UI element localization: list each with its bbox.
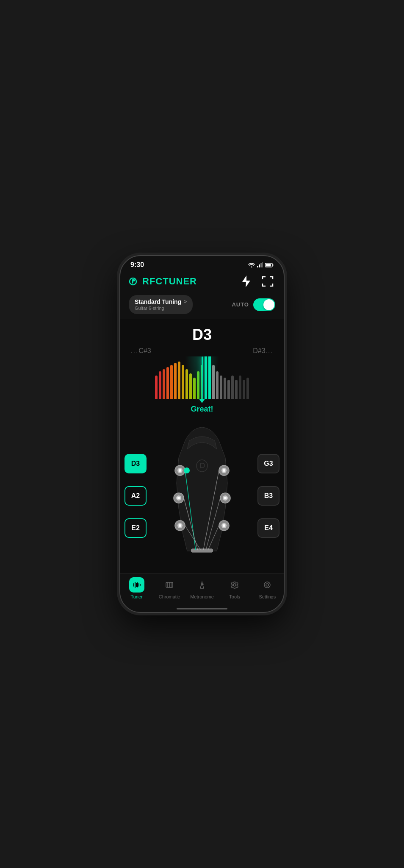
dots-right: ... [266, 347, 274, 355]
auto-label: AUTO [232, 301, 249, 308]
string-label-a2[interactable]: A2 [125, 486, 147, 506]
tuner-bar [216, 371, 219, 399]
svg-rect-2 [259, 264, 260, 267]
battery-icon [265, 263, 274, 267]
tuner-bar [166, 367, 169, 399]
tuner-display: D3 ... C#3 D#3 ... Great! D3 [120, 319, 284, 573]
svg-rect-29 [191, 549, 213, 552]
tuner-bar [189, 373, 192, 399]
svg-rect-40 [137, 582, 138, 587]
svg-point-48 [233, 584, 236, 586]
tuner-bar [243, 380, 245, 399]
string-labels-right: G3 B3 E4 [257, 454, 279, 538]
signal-icon [257, 262, 263, 267]
svg-rect-42 [140, 584, 141, 586]
string-label-e2[interactable]: E2 [125, 518, 147, 538]
svg-rect-7 [266, 264, 271, 266]
lightning-icon [241, 275, 252, 288]
svg-point-25 [224, 497, 227, 499]
svg-point-13 [179, 469, 181, 472]
tuner-bars-container [125, 356, 279, 403]
svg-rect-37 [133, 583, 134, 587]
tuner-bar [163, 369, 165, 399]
nav-icon-wrap-tools [227, 577, 242, 593]
svg-point-16 [177, 497, 180, 499]
dots-left: ... [130, 347, 138, 355]
auto-row: AUTO [232, 298, 275, 311]
needle [202, 356, 203, 400]
nav-item-tuner[interactable]: Tuner [124, 577, 149, 599]
status-icons [248, 262, 274, 267]
string-label-d3[interactable]: D3 [125, 454, 147, 473]
toggle-knob [263, 299, 274, 310]
lightning-button[interactable] [239, 274, 254, 289]
svg-rect-6 [273, 264, 274, 266]
nav-label-settings: Settings [259, 594, 276, 599]
tuning-selector[interactable]: Standard Tuning > Guitar 6-string [129, 295, 193, 314]
wifi-icon [248, 262, 255, 267]
svg-rect-4 [262, 262, 263, 267]
tuner-bar [208, 356, 211, 399]
svg-point-0 [251, 267, 252, 268]
string-label-g3[interactable]: G3 [257, 454, 279, 473]
scan-icon [261, 275, 274, 288]
svg-point-19 [179, 524, 181, 527]
settings-nav-icon [263, 581, 271, 589]
svg-rect-39 [136, 583, 137, 587]
headstock [155, 424, 249, 568]
status-bar: 9:30 [120, 256, 284, 270]
svg-rect-10 [132, 279, 135, 281]
nav-label-metronome: Metronome [190, 594, 214, 599]
tools-nav-icon [230, 581, 239, 589]
tuner-bar [170, 365, 173, 399]
tuning-chevron: > [184, 299, 187, 305]
left-neighbor-note: C#3 [138, 347, 151, 355]
feedback-label: Great! [120, 403, 284, 418]
string-label-b3[interactable]: B3 [257, 486, 279, 506]
header-icons [239, 274, 275, 289]
nav-label-tuner: Tuner [130, 594, 142, 599]
svg-point-22 [223, 469, 225, 472]
nav-label-tools: Tools [229, 594, 240, 599]
nav-item-settings[interactable]: Settings [255, 577, 280, 599]
svg-point-49 [264, 582, 270, 588]
status-time: 9:30 [130, 261, 144, 269]
nav-icon-wrap-settings [260, 577, 275, 593]
nav-icon-wrap-tuner [129, 577, 144, 593]
svg-point-36 [184, 467, 190, 473]
tuner-bar [239, 376, 241, 399]
scan-button[interactable] [260, 274, 275, 289]
svg-point-50 [266, 584, 268, 586]
guitar-section: D3 A2 E2 [120, 418, 284, 573]
bottom-nav: Tuner Chromatic Metronome [120, 573, 284, 608]
tuner-bar [159, 371, 161, 399]
logo-text: RFCTUNER [142, 276, 197, 287]
tuner-bar [212, 365, 215, 399]
svg-rect-3 [260, 263, 262, 267]
current-note: D3 [120, 326, 284, 344]
svg-point-28 [223, 524, 225, 527]
home-indicator [177, 608, 227, 609]
logo: RFCTUNER [129, 275, 197, 287]
note-display: D3 [120, 319, 284, 347]
tuner-bar [227, 380, 230, 399]
metronome-nav-icon [198, 581, 206, 589]
needle-container [199, 356, 205, 403]
tuner-bar [155, 376, 158, 399]
auto-toggle[interactable] [253, 298, 275, 311]
nav-icon-wrap-chromatic [162, 577, 177, 593]
needle-triangle [199, 399, 205, 403]
nav-item-metronome[interactable]: Metronome [189, 577, 215, 599]
svg-rect-38 [135, 582, 136, 588]
tuner-bar [193, 378, 196, 399]
tuner-bar [185, 369, 188, 399]
tuner-bar [178, 362, 180, 399]
tuning-subtitle: Guitar 6-string [135, 306, 187, 311]
nav-item-tools[interactable]: Tools [222, 577, 247, 599]
phone-frame: 9:30 [119, 255, 285, 613]
chromatic-nav-icon [165, 581, 174, 589]
headstock-svg [155, 424, 249, 568]
string-label-e4[interactable]: E4 [257, 518, 279, 538]
tuner-nav-icon [133, 581, 141, 589]
nav-item-chromatic[interactable]: Chromatic [157, 577, 182, 599]
